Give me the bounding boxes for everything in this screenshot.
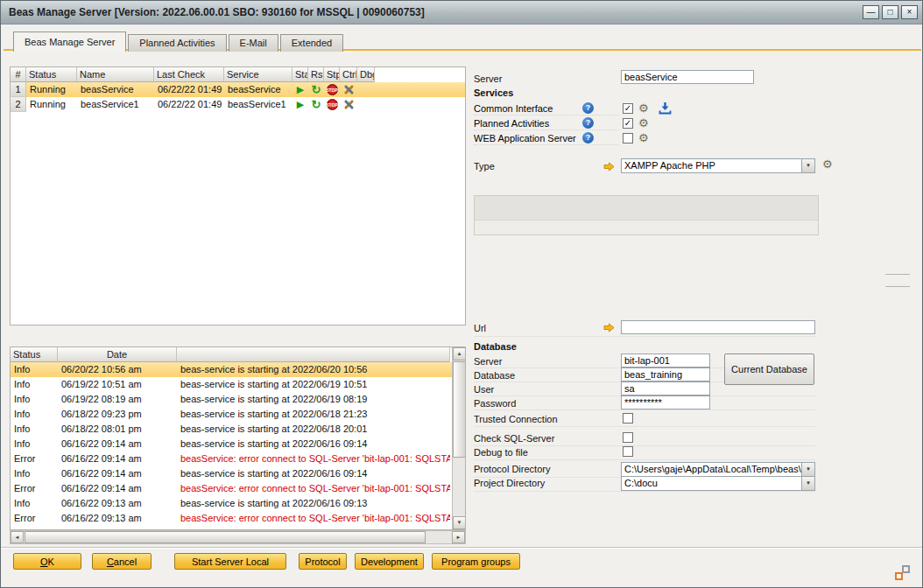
button-development[interactable]: Development bbox=[355, 553, 424, 570]
column-header-stp[interactable]: Stp bbox=[324, 67, 340, 82]
footer-button-bar: OKCancelStart Server LocalProtocolDevelo… bbox=[1, 553, 922, 574]
current-database-button[interactable]: Current Database bbox=[724, 354, 814, 385]
button-protocol[interactable]: Protocol bbox=[299, 553, 347, 570]
url-link-arrow-icon[interactable] bbox=[603, 323, 615, 332]
log-row[interactable]: Info06/18/22 09:23 pmbeas-service is sta… bbox=[11, 407, 453, 422]
service-row[interactable]: 1RunningbeasService06/22/22 01:49beasSer… bbox=[11, 82, 465, 97]
log-horizontal-scrollbar[interactable]: ◄ ► bbox=[10, 530, 466, 544]
log-row[interactable]: Info06/16/22 09:14 ambeas-service is sta… bbox=[11, 466, 453, 481]
icon-cell: ▶ bbox=[292, 82, 308, 97]
column-header-rst[interactable]: Rst bbox=[308, 67, 324, 82]
log-row[interactable]: Info06/16/22 09:13 ambeas-service is sta… bbox=[11, 496, 453, 511]
log-status: Info bbox=[11, 377, 58, 392]
tab-extended[interactable]: Extended bbox=[280, 34, 343, 52]
log-row[interactable]: Info06/19/22 08:19 ambeas-service is sta… bbox=[11, 392, 453, 407]
chevron-down-icon[interactable]: ▼ bbox=[801, 477, 814, 490]
scroll-right-icon[interactable]: ► bbox=[452, 531, 465, 543]
scroll-thumb[interactable] bbox=[453, 361, 466, 458]
title-bar[interactable]: Beas Manage Server [Version: 2022.06.00.… bbox=[1, 1, 922, 24]
install-icon[interactable] bbox=[659, 102, 672, 115]
log-row[interactable]: Info06/19/22 10:51 ambeas-service is sta… bbox=[11, 377, 453, 392]
tab-e-mail[interactable]: E-Mail bbox=[229, 34, 278, 52]
server-name-input[interactable]: beasService bbox=[621, 70, 754, 84]
log-grid[interactable]: StatusDate Info06/20/22 10:56 ambeas-ser… bbox=[10, 346, 466, 530]
minimize-icon[interactable]: — bbox=[863, 5, 879, 19]
stop-icon[interactable]: STOP bbox=[327, 99, 338, 110]
type-settings-gear-icon[interactable]: ⚙ bbox=[822, 158, 833, 170]
restart-icon[interactable]: ↻ bbox=[312, 84, 321, 95]
log-row[interactable]: Error06/16/22 09:14 ambeasService: error… bbox=[11, 481, 453, 496]
help-icon[interactable]: ? bbox=[582, 132, 594, 144]
service-checkbox[interactable]: ✓ bbox=[623, 118, 633, 129]
settings-gear-icon[interactable]: ⚙ bbox=[638, 117, 649, 129]
log-message: beas-service is starting at 2022/06/18 2… bbox=[177, 407, 450, 422]
column-header-date[interactable]: Date bbox=[58, 347, 177, 362]
type-combobox[interactable]: XAMPP Apache PHP ▼ bbox=[621, 158, 815, 173]
scroll-thumb-horizontal[interactable] bbox=[25, 531, 426, 543]
log-status: Info bbox=[11, 422, 58, 437]
scroll-up-icon[interactable]: ▲ bbox=[453, 347, 466, 360]
db-database-input[interactable]: beas_training bbox=[621, 368, 710, 382]
tab-bar: Beas Manage ServerPlanned ActivitiesE-Ma… bbox=[13, 31, 345, 52]
splitter-handle[interactable] bbox=[885, 274, 910, 275]
check-sql-server-checkbox[interactable] bbox=[623, 432, 633, 443]
services-grid[interactable]: #StatusNameLast CheckServiceStaRstStpCtr… bbox=[10, 66, 466, 326]
help-icon[interactable]: ? bbox=[582, 117, 594, 129]
type-value: XAMPP Apache PHP bbox=[622, 159, 801, 172]
service-checkbox[interactable]: ✓ bbox=[623, 103, 633, 114]
link-arrow-icon[interactable] bbox=[603, 162, 615, 172]
column-header-message[interactable] bbox=[177, 347, 450, 362]
column-header-name[interactable]: Name bbox=[77, 67, 154, 82]
url-input[interactable] bbox=[621, 320, 815, 334]
chevron-down-icon[interactable]: ▼ bbox=[801, 159, 814, 172]
column-header-sta[interactable]: Sta bbox=[292, 67, 308, 82]
resize-grip-icon[interactable] bbox=[895, 565, 910, 580]
control-icon[interactable] bbox=[343, 84, 355, 95]
project-directory-combobox[interactable]: C:\docu▼ bbox=[621, 476, 815, 491]
debug-to-file-checkbox[interactable] bbox=[623, 446, 633, 457]
log-row[interactable]: Error06/16/22 09:14 ambeasService: error… bbox=[11, 452, 453, 466]
service-row[interactable]: 2RunningbeasService106/22/22 01:49beasSe… bbox=[11, 97, 465, 112]
start-icon[interactable]: ▶ bbox=[297, 84, 304, 95]
log-row[interactable]: Info06/20/22 10:56 ambeas-service is sta… bbox=[11, 362, 453, 377]
scroll-down-icon[interactable]: ▼ bbox=[453, 516, 466, 529]
log-row[interactable]: Info06/16/22 09:14 ambeas-service is sta… bbox=[11, 437, 453, 452]
column-header-status[interactable]: Status bbox=[11, 347, 58, 362]
column-header-status[interactable]: Status bbox=[26, 67, 77, 82]
db-password-input[interactable]: ********** bbox=[621, 396, 710, 410]
button-ok[interactable]: OK bbox=[13, 553, 81, 570]
stop-icon[interactable]: STOP bbox=[327, 84, 338, 95]
start-icon[interactable]: ▶ bbox=[297, 99, 304, 110]
restart-icon[interactable]: ↻ bbox=[312, 99, 321, 110]
column-header-dbg[interactable]: Dbg bbox=[357, 67, 375, 82]
db-server-input[interactable]: bit-lap-001 bbox=[621, 354, 710, 368]
tab-planned-activities[interactable]: Planned Activities bbox=[128, 34, 226, 52]
button-start-server-local[interactable]: Start Server Local bbox=[174, 553, 286, 570]
tab-beas-manage-server[interactable]: Beas Manage Server bbox=[13, 32, 126, 52]
protocol-directory-combobox[interactable]: C:\Users\gaje\AppData\Local\Temp\beas\▼ bbox=[621, 462, 815, 477]
column-header-num[interactable]: # bbox=[11, 67, 26, 82]
column-header-service[interactable]: Service bbox=[224, 67, 292, 82]
close-icon[interactable]: × bbox=[901, 5, 918, 19]
column-header-last-check[interactable]: Last Check bbox=[154, 67, 224, 82]
splitter-handle[interactable] bbox=[885, 286, 910, 287]
db-user-input[interactable]: sa bbox=[621, 382, 710, 396]
log-row[interactable]: Info06/18/22 08:01 pmbeas-service is sta… bbox=[11, 422, 453, 437]
button-cancel[interactable]: Cancel bbox=[92, 553, 151, 570]
chevron-down-icon[interactable]: ▼ bbox=[801, 463, 814, 476]
scroll-left-icon[interactable]: ◄ bbox=[11, 531, 24, 543]
settings-gear-icon[interactable]: ⚙ bbox=[638, 132, 649, 144]
service-checkbox[interactable] bbox=[623, 133, 633, 144]
settings-gear-icon[interactable]: ⚙ bbox=[638, 102, 649, 114]
database-section-header: Database bbox=[474, 341, 517, 352]
button-program-groups[interactable]: Program groups bbox=[432, 553, 520, 570]
column-header-ctrl[interactable]: Ctrl bbox=[340, 67, 357, 82]
control-icon[interactable] bbox=[343, 99, 355, 110]
log-vertical-scrollbar[interactable]: ▲ ▼ bbox=[452, 347, 465, 529]
log-date: 06/19/22 08:19 am bbox=[58, 392, 177, 407]
log-row[interactable]: Error06/16/22 09:13 ambeasService: error… bbox=[11, 511, 453, 526]
maximize-icon[interactable]: □ bbox=[882, 5, 898, 19]
log-date: 06/18/22 08:01 pm bbox=[58, 422, 177, 437]
help-icon[interactable]: ? bbox=[582, 102, 594, 114]
trusted-connection-checkbox[interactable] bbox=[623, 413, 633, 424]
